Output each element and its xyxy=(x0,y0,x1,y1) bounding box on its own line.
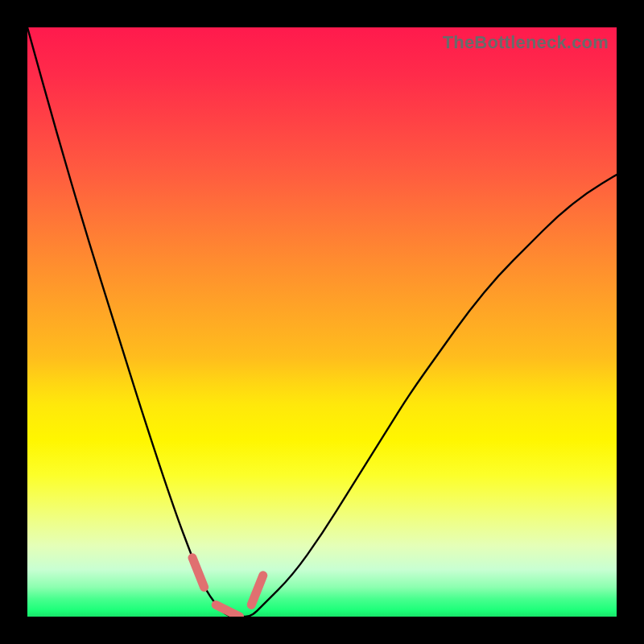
markers-bottom xyxy=(216,605,239,617)
chart-frame: TheBottleneck.com xyxy=(0,0,644,644)
curve-svg xyxy=(27,27,617,617)
markers-left xyxy=(192,558,204,588)
bottleneck-curve-path xyxy=(27,27,617,617)
plot-area: TheBottleneck.com xyxy=(27,27,617,617)
markers-right xyxy=(251,576,263,605)
